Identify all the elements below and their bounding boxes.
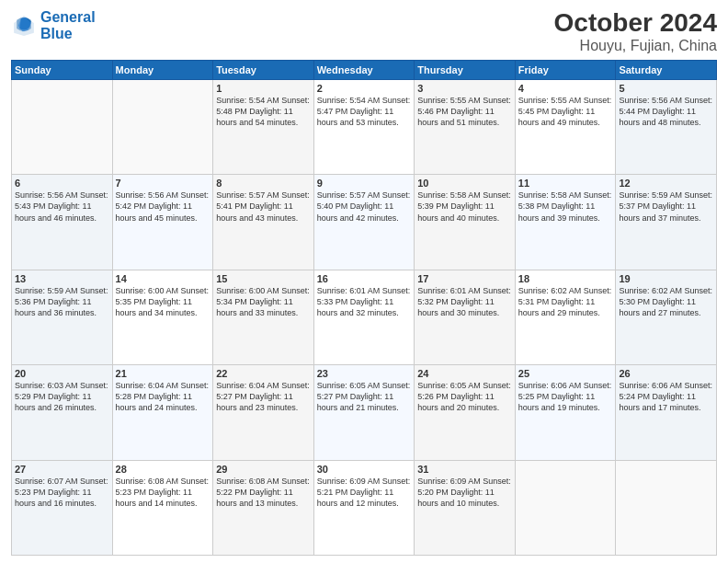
calendar-cell: 3Sunrise: 5:55 AM Sunset: 5:46 PM Daylig… xyxy=(415,79,516,174)
day-number: 1 xyxy=(216,83,311,94)
calendar-cell: 19Sunrise: 6:02 AM Sunset: 5:30 PM Dayli… xyxy=(616,270,717,364)
calendar-subtitle: Houyu, Fujian, China xyxy=(554,38,717,54)
weekday-header-sunday: Sunday xyxy=(12,60,113,79)
calendar-cell xyxy=(616,460,717,555)
day-number: 22 xyxy=(216,368,311,379)
day-number: 24 xyxy=(417,368,512,379)
calendar-cell: 26Sunrise: 6:06 AM Sunset: 5:24 PM Dayli… xyxy=(616,365,717,460)
calendar-cell: 21Sunrise: 6:04 AM Sunset: 5:28 PM Dayli… xyxy=(112,365,213,460)
day-number: 14 xyxy=(116,273,210,284)
week-row-2: 6Sunrise: 5:56 AM Sunset: 5:43 PM Daylig… xyxy=(12,175,717,270)
calendar-cell: 23Sunrise: 6:05 AM Sunset: 5:27 PM Dayli… xyxy=(313,365,415,460)
day-number: 9 xyxy=(317,178,412,189)
weekday-header-saturday: Saturday xyxy=(616,60,717,79)
day-info: Sunrise: 6:00 AM Sunset: 5:34 PM Dayligh… xyxy=(216,285,311,318)
day-number: 18 xyxy=(518,273,613,284)
week-row-4: 20Sunrise: 6:03 AM Sunset: 5:29 PM Dayli… xyxy=(12,365,717,460)
day-info: Sunrise: 6:03 AM Sunset: 5:29 PM Dayligh… xyxy=(15,380,109,413)
day-number: 21 xyxy=(116,368,210,379)
calendar-cell: 8Sunrise: 5:57 AM Sunset: 5:41 PM Daylig… xyxy=(213,175,314,270)
calendar-cell: 11Sunrise: 5:58 AM Sunset: 5:38 PM Dayli… xyxy=(515,175,616,270)
weekday-header-tuesday: Tuesday xyxy=(213,60,314,79)
calendar-title: October 2024 xyxy=(554,9,717,38)
calendar-cell: 7Sunrise: 5:56 AM Sunset: 5:42 PM Daylig… xyxy=(112,175,213,270)
day-number: 10 xyxy=(417,178,512,189)
logo-icon xyxy=(11,13,37,39)
day-info: Sunrise: 5:57 AM Sunset: 5:40 PM Dayligh… xyxy=(317,190,412,223)
calendar-cell: 1Sunrise: 5:54 AM Sunset: 5:48 PM Daylig… xyxy=(213,79,314,174)
calendar-cell: 14Sunrise: 6:00 AM Sunset: 5:35 PM Dayli… xyxy=(112,270,213,364)
day-number: 6 xyxy=(15,178,109,189)
day-info: Sunrise: 5:58 AM Sunset: 5:39 PM Dayligh… xyxy=(417,190,512,223)
calendar-cell: 2Sunrise: 5:54 AM Sunset: 5:47 PM Daylig… xyxy=(313,79,415,174)
calendar-cell: 27Sunrise: 6:07 AM Sunset: 5:23 PM Dayli… xyxy=(12,460,113,555)
day-number: 8 xyxy=(216,178,311,189)
day-info: Sunrise: 6:02 AM Sunset: 5:30 PM Dayligh… xyxy=(619,285,713,318)
day-number: 30 xyxy=(317,464,412,475)
day-info: Sunrise: 6:06 AM Sunset: 5:25 PM Dayligh… xyxy=(518,380,613,413)
day-number: 11 xyxy=(518,178,613,189)
day-number: 4 xyxy=(518,83,613,94)
day-number: 15 xyxy=(216,273,311,284)
logo: General Blue xyxy=(11,9,96,41)
day-number: 5 xyxy=(619,83,713,94)
day-number: 26 xyxy=(619,368,713,379)
calendar-cell: 28Sunrise: 6:08 AM Sunset: 5:23 PM Dayli… xyxy=(112,460,213,555)
day-number: 28 xyxy=(116,464,210,475)
weekday-header-monday: Monday xyxy=(112,60,213,79)
calendar-cell: 20Sunrise: 6:03 AM Sunset: 5:29 PM Dayli… xyxy=(12,365,113,460)
calendar-cell: 24Sunrise: 6:05 AM Sunset: 5:26 PM Dayli… xyxy=(415,365,516,460)
day-number: 12 xyxy=(619,178,713,189)
day-number: 3 xyxy=(417,83,512,94)
day-number: 20 xyxy=(15,368,109,379)
week-row-5: 27Sunrise: 6:07 AM Sunset: 5:23 PM Dayli… xyxy=(12,460,717,555)
calendar-cell xyxy=(112,79,213,174)
calendar-cell: 13Sunrise: 5:59 AM Sunset: 5:36 PM Dayli… xyxy=(12,270,113,364)
day-info: Sunrise: 6:01 AM Sunset: 5:33 PM Dayligh… xyxy=(317,285,412,318)
week-row-1: 1Sunrise: 5:54 AM Sunset: 5:48 PM Daylig… xyxy=(12,79,717,174)
weekday-header-wednesday: Wednesday xyxy=(313,60,415,79)
calendar-cell: 15Sunrise: 6:00 AM Sunset: 5:34 PM Dayli… xyxy=(213,270,314,364)
day-number: 7 xyxy=(116,178,210,189)
day-info: Sunrise: 6:02 AM Sunset: 5:31 PM Dayligh… xyxy=(518,285,613,318)
calendar-cell: 29Sunrise: 6:08 AM Sunset: 5:22 PM Dayli… xyxy=(213,460,314,555)
day-info: Sunrise: 6:09 AM Sunset: 5:20 PM Dayligh… xyxy=(417,476,512,509)
calendar-cell: 31Sunrise: 6:09 AM Sunset: 5:20 PM Dayli… xyxy=(415,460,516,555)
weekday-header-thursday: Thursday xyxy=(415,60,516,79)
calendar-cell: 10Sunrise: 5:58 AM Sunset: 5:39 PM Dayli… xyxy=(415,175,516,270)
day-number: 2 xyxy=(317,83,412,94)
calendar-cell: 12Sunrise: 5:59 AM Sunset: 5:37 PM Dayli… xyxy=(616,175,717,270)
calendar-cell: 30Sunrise: 6:09 AM Sunset: 5:21 PM Dayli… xyxy=(313,460,415,555)
day-info: Sunrise: 5:56 AM Sunset: 5:42 PM Dayligh… xyxy=(116,190,210,223)
calendar-cell: 5Sunrise: 5:56 AM Sunset: 5:44 PM Daylig… xyxy=(616,79,717,174)
day-info: Sunrise: 6:04 AM Sunset: 5:27 PM Dayligh… xyxy=(216,380,311,413)
day-info: Sunrise: 5:56 AM Sunset: 5:44 PM Dayligh… xyxy=(619,95,713,128)
day-info: Sunrise: 6:07 AM Sunset: 5:23 PM Dayligh… xyxy=(15,476,109,509)
calendar-cell: 6Sunrise: 5:56 AM Sunset: 5:43 PM Daylig… xyxy=(12,175,113,270)
day-info: Sunrise: 6:09 AM Sunset: 5:21 PM Dayligh… xyxy=(317,476,412,509)
calendar-cell: 22Sunrise: 6:04 AM Sunset: 5:27 PM Dayli… xyxy=(213,365,314,460)
day-number: 29 xyxy=(216,464,311,475)
day-number: 16 xyxy=(317,273,412,284)
day-info: Sunrise: 6:01 AM Sunset: 5:32 PM Dayligh… xyxy=(417,285,512,318)
day-info: Sunrise: 6:08 AM Sunset: 5:22 PM Dayligh… xyxy=(216,476,311,509)
calendar-cell: 17Sunrise: 6:01 AM Sunset: 5:32 PM Dayli… xyxy=(415,270,516,364)
day-info: Sunrise: 6:05 AM Sunset: 5:27 PM Dayligh… xyxy=(317,380,412,413)
calendar-cell xyxy=(12,79,113,174)
calendar-cell: 4Sunrise: 5:55 AM Sunset: 5:45 PM Daylig… xyxy=(515,79,616,174)
day-info: Sunrise: 5:55 AM Sunset: 5:45 PM Dayligh… xyxy=(518,95,613,128)
day-number: 31 xyxy=(417,464,512,475)
day-number: 23 xyxy=(317,368,412,379)
day-info: Sunrise: 5:58 AM Sunset: 5:38 PM Dayligh… xyxy=(518,190,613,223)
day-number: 19 xyxy=(619,273,713,284)
main-container: General Blue October 2024 Houyu, Fujian,… xyxy=(0,0,728,563)
calendar-cell: 9Sunrise: 5:57 AM Sunset: 5:40 PM Daylig… xyxy=(313,175,415,270)
calendar-cell: 16Sunrise: 6:01 AM Sunset: 5:33 PM Dayli… xyxy=(313,270,415,364)
title-block: October 2024 Houyu, Fujian, China xyxy=(554,9,717,54)
calendar-cell: 25Sunrise: 6:06 AM Sunset: 5:25 PM Dayli… xyxy=(515,365,616,460)
day-number: 13 xyxy=(15,273,109,284)
day-info: Sunrise: 5:55 AM Sunset: 5:46 PM Dayligh… xyxy=(417,95,512,128)
week-row-3: 13Sunrise: 5:59 AM Sunset: 5:36 PM Dayli… xyxy=(12,270,717,364)
weekday-header-friday: Friday xyxy=(515,60,616,79)
day-info: Sunrise: 6:08 AM Sunset: 5:23 PM Dayligh… xyxy=(116,476,210,509)
